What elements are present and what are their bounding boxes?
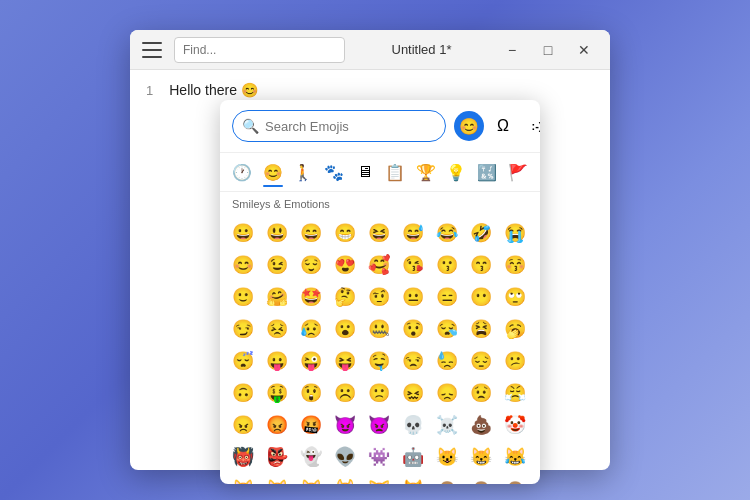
emoji-button[interactable]: 😍 bbox=[330, 250, 360, 280]
category-symbols[interactable]: 📋 bbox=[381, 157, 410, 187]
emoji-button[interactable]: 😠 bbox=[228, 410, 258, 440]
emoji-button[interactable]: 🤑 bbox=[262, 378, 292, 408]
emoji-button[interactable]: 😀 bbox=[228, 218, 258, 248]
emoji-button[interactable]: 😯 bbox=[398, 314, 428, 344]
emoji-button[interactable]: ☠️ bbox=[432, 410, 462, 440]
emoji-button[interactable]: 😾 bbox=[398, 474, 428, 484]
emoji-button[interactable]: 😶 bbox=[466, 282, 496, 312]
emoji-button[interactable]: 🤡 bbox=[500, 410, 530, 440]
category-food[interactable]: 🔣 bbox=[473, 157, 502, 187]
emoji-button[interactable]: 😪 bbox=[432, 314, 462, 344]
maximize-button[interactable]: □ bbox=[534, 36, 562, 64]
emoji-button[interactable]: 😿 bbox=[364, 474, 394, 484]
emoji-button[interactable]: 😮 bbox=[330, 314, 360, 344]
emoji-button[interactable]: ☹️ bbox=[330, 378, 360, 408]
emoji-button[interactable]: 🤗 bbox=[262, 282, 292, 312]
emoticon-mode-button[interactable]: :-) bbox=[522, 111, 540, 141]
category-recent[interactable]: 🕐 bbox=[228, 157, 257, 187]
emoji-button[interactable]: 😊 bbox=[228, 250, 258, 280]
emoji-button[interactable]: 💀 bbox=[398, 410, 428, 440]
emoji-button[interactable]: 🙃 bbox=[228, 378, 258, 408]
emoji-button[interactable]: 🙄 bbox=[500, 282, 530, 312]
symbol-mode-button[interactable]: Ω bbox=[488, 111, 518, 141]
emoji-button[interactable]: 😛 bbox=[262, 346, 292, 376]
emoji-button[interactable]: 😕 bbox=[500, 346, 530, 376]
category-activities[interactable]: 🏆 bbox=[412, 157, 441, 187]
category-smileys[interactable]: 😊 bbox=[259, 157, 288, 187]
emoji-button[interactable]: 😭 bbox=[500, 218, 530, 248]
emoji-button[interactable]: 👺 bbox=[262, 442, 292, 472]
emoji-button[interactable]: 🙉 bbox=[466, 474, 496, 484]
emoji-button[interactable]: 🤐 bbox=[364, 314, 394, 344]
emoji-button[interactable]: 😈 bbox=[330, 410, 360, 440]
category-flags[interactable]: 🚩 bbox=[503, 157, 532, 187]
emoji-button[interactable]: 😓 bbox=[432, 346, 462, 376]
emoji-button[interactable]: 👹 bbox=[228, 442, 258, 472]
emoji-button[interactable]: 🥰 bbox=[364, 250, 394, 280]
minimize-button[interactable]: − bbox=[498, 36, 526, 64]
emoji-button[interactable]: 🤣 bbox=[466, 218, 496, 248]
emoji-button[interactable]: 😹 bbox=[500, 442, 530, 472]
emoji-button[interactable]: 😤 bbox=[500, 378, 530, 408]
find-input[interactable] bbox=[174, 37, 345, 63]
emoji-button[interactable]: 😖 bbox=[398, 378, 428, 408]
emoji-button[interactable]: 😁 bbox=[330, 218, 360, 248]
emoji-button[interactable]: 😙 bbox=[466, 250, 496, 280]
emoji-button[interactable]: 😚 bbox=[500, 250, 530, 280]
emoji-button[interactable]: 😥 bbox=[296, 314, 326, 344]
emoji-button[interactable]: 👻 bbox=[296, 442, 326, 472]
emoji-button[interactable]: 😼 bbox=[262, 474, 292, 484]
category-animals[interactable]: 🐾 bbox=[320, 157, 349, 187]
emoji-mode-button[interactable]: 😊 bbox=[454, 111, 484, 141]
emoji-button[interactable]: 🤨 bbox=[364, 282, 394, 312]
emoji-button[interactable]: 😝 bbox=[330, 346, 360, 376]
emoji-button[interactable]: 🤖 bbox=[398, 442, 428, 472]
emoji-button[interactable]: 😺 bbox=[432, 442, 462, 472]
emoji-button[interactable]: 😡 bbox=[262, 410, 292, 440]
emoji-button[interactable]: 😫 bbox=[466, 314, 496, 344]
emoji-button[interactable]: 😻 bbox=[228, 474, 258, 484]
emoji-button[interactable]: 🙀 bbox=[330, 474, 360, 484]
emoji-button[interactable]: 💩 bbox=[466, 410, 496, 440]
emoji-button[interactable]: 😒 bbox=[398, 346, 428, 376]
emoji-button[interactable]: 👾 bbox=[364, 442, 394, 472]
hamburger-menu-icon[interactable] bbox=[142, 42, 162, 58]
emoji-button[interactable]: 😅 bbox=[398, 218, 428, 248]
emoji-button[interactable]: 😌 bbox=[296, 250, 326, 280]
emoji-button[interactable]: 😽 bbox=[296, 474, 326, 484]
emoji-button[interactable]: 😜 bbox=[296, 346, 326, 376]
emoji-button[interactable]: 🙈 bbox=[432, 474, 462, 484]
category-objects[interactable]: 🖥 bbox=[350, 157, 379, 187]
emoji-button[interactable]: 🤩 bbox=[296, 282, 326, 312]
emoji-button[interactable]: 🤔 bbox=[330, 282, 360, 312]
emoji-search-input[interactable] bbox=[232, 110, 446, 142]
emoji-button[interactable]: 🤬 bbox=[296, 410, 326, 440]
emoji-button[interactable]: 😄 bbox=[296, 218, 326, 248]
emoji-button[interactable]: 😞 bbox=[432, 378, 462, 408]
emoji-button[interactable]: 🤤 bbox=[364, 346, 394, 376]
emoji-button[interactable]: 😔 bbox=[466, 346, 496, 376]
emoji-button[interactable]: 😴 bbox=[228, 346, 258, 376]
emoji-button[interactable]: 😑 bbox=[432, 282, 462, 312]
emoji-button[interactable]: 😲 bbox=[296, 378, 326, 408]
emoji-button[interactable]: 😂 bbox=[432, 218, 462, 248]
emoji-button[interactable]: 😐 bbox=[398, 282, 428, 312]
emoji-button[interactable]: 🙁 bbox=[364, 378, 394, 408]
emoji-button[interactable]: 🙂 bbox=[228, 282, 258, 312]
category-people[interactable]: 🚶 bbox=[289, 157, 318, 187]
emoji-button[interactable]: 😉 bbox=[262, 250, 292, 280]
emoji-button[interactable]: 🥱 bbox=[500, 314, 530, 344]
close-button[interactable]: ✕ bbox=[570, 36, 598, 64]
emoji-button[interactable]: 😗 bbox=[432, 250, 462, 280]
emoji-button[interactable]: 👿 bbox=[364, 410, 394, 440]
emoji-button[interactable]: 👽 bbox=[330, 442, 360, 472]
emoji-button[interactable]: 😟 bbox=[466, 378, 496, 408]
category-travel[interactable]: 💡 bbox=[442, 157, 471, 187]
emoji-button[interactable]: 😣 bbox=[262, 314, 292, 344]
emoji-button[interactable]: 😃 bbox=[262, 218, 292, 248]
emoji-button[interactable]: 😸 bbox=[466, 442, 496, 472]
emoji-button[interactable]: 🙊 bbox=[500, 474, 530, 484]
emoji-button[interactable]: 😏 bbox=[228, 314, 258, 344]
emoji-button[interactable]: 😘 bbox=[398, 250, 428, 280]
emoji-button[interactable]: 😆 bbox=[364, 218, 394, 248]
